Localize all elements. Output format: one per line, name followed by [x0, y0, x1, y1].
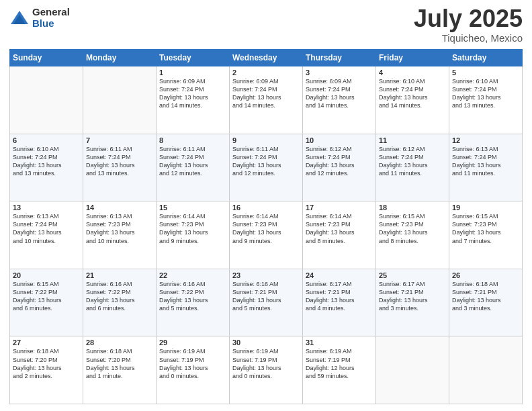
calendar-cell: 13Sunrise: 6:13 AM Sunset: 7:24 PM Dayli… [10, 201, 83, 269]
calendar-cell: 7Sunrise: 6:11 AM Sunset: 7:24 PM Daylig… [83, 134, 157, 201]
day-number: 30 [232, 338, 300, 347]
calendar-cell [376, 336, 449, 404]
calendar-cell: 26Sunrise: 6:18 AM Sunset: 7:21 PM Dayli… [449, 269, 523, 336]
calendar-cell [449, 336, 523, 404]
calendar-cell: 9Sunrise: 6:11 AM Sunset: 7:24 PM Daylig… [230, 134, 303, 201]
calendar-cell: 3Sunrise: 6:09 AM Sunset: 7:24 PM Daylig… [303, 66, 376, 134]
day-info: Sunrise: 6:09 AM Sunset: 7:24 PM Dayligh… [232, 77, 300, 110]
day-number: 16 [232, 203, 300, 212]
calendar-cell: 6Sunrise: 6:10 AM Sunset: 7:24 PM Daylig… [10, 134, 83, 201]
calendar-week-row: 20Sunrise: 6:15 AM Sunset: 7:22 PM Dayli… [10, 269, 523, 336]
calendar-cell: 28Sunrise: 6:18 AM Sunset: 7:20 PM Dayli… [83, 336, 157, 404]
calendar-cell: 11Sunrise: 6:12 AM Sunset: 7:24 PM Dayli… [376, 134, 449, 201]
day-info: Sunrise: 6:15 AM Sunset: 7:23 PM Dayligh… [379, 212, 446, 245]
calendar-cell: 8Sunrise: 6:11 AM Sunset: 7:24 PM Daylig… [157, 134, 230, 201]
calendar-cell: 22Sunrise: 6:16 AM Sunset: 7:22 PM Dayli… [157, 269, 230, 336]
day-number: 27 [13, 338, 80, 347]
calendar-cell: 17Sunrise: 6:14 AM Sunset: 7:23 PM Dayli… [303, 201, 376, 269]
calendar-cell: 14Sunrise: 6:13 AM Sunset: 7:23 PM Dayli… [83, 201, 157, 269]
day-info: Sunrise: 6:17 AM Sunset: 7:21 PM Dayligh… [379, 280, 446, 313]
day-number: 26 [452, 271, 519, 279]
calendar-header-row: SundayMondayTuesdayWednesdayThursdayFrid… [10, 50, 523, 66]
header: General Blue July 2025 Tiquicheo, Mexico [9, 7, 523, 44]
day-number: 21 [86, 271, 153, 279]
calendar-cell [10, 66, 83, 134]
day-number: 7 [86, 136, 153, 144]
calendar-cell: 4Sunrise: 6:10 AM Sunset: 7:24 PM Daylig… [376, 66, 449, 134]
day-info: Sunrise: 6:16 AM Sunset: 7:22 PM Dayligh… [86, 280, 153, 313]
calendar-cell: 20Sunrise: 6:15 AM Sunset: 7:22 PM Dayli… [10, 269, 83, 336]
calendar-cell: 1Sunrise: 6:09 AM Sunset: 7:24 PM Daylig… [157, 66, 230, 134]
day-number: 2 [232, 68, 300, 77]
day-info: Sunrise: 6:14 AM Sunset: 7:23 PM Dayligh… [306, 212, 373, 245]
day-info: Sunrise: 6:11 AM Sunset: 7:24 PM Dayligh… [86, 145, 153, 178]
calendar-cell: 25Sunrise: 6:17 AM Sunset: 7:21 PM Dayli… [376, 269, 449, 336]
day-info: Sunrise: 6:13 AM Sunset: 7:23 PM Dayligh… [86, 212, 153, 245]
calendar-week-row: 27Sunrise: 6:18 AM Sunset: 7:20 PM Dayli… [10, 336, 523, 404]
calendar-cell: 23Sunrise: 6:16 AM Sunset: 7:21 PM Dayli… [230, 269, 303, 336]
day-info: Sunrise: 6:17 AM Sunset: 7:21 PM Dayligh… [306, 280, 373, 313]
calendar-cell: 21Sunrise: 6:16 AM Sunset: 7:22 PM Dayli… [83, 269, 157, 336]
day-info: Sunrise: 6:10 AM Sunset: 7:24 PM Dayligh… [452, 77, 519, 110]
day-info: Sunrise: 6:18 AM Sunset: 7:20 PM Dayligh… [86, 347, 153, 380]
calendar-cell: 18Sunrise: 6:15 AM Sunset: 7:23 PM Dayli… [376, 201, 449, 269]
calendar-weekday-header: Thursday [303, 50, 376, 66]
calendar-weekday-header: Tuesday [157, 50, 230, 66]
calendar-weekday-header: Friday [376, 50, 449, 66]
calendar-cell [83, 66, 157, 134]
calendar-cell: 29Sunrise: 6:19 AM Sunset: 7:19 PM Dayli… [157, 336, 230, 404]
calendar-table: SundayMondayTuesdayWednesdayThursdayFrid… [9, 49, 523, 404]
logo: General Blue [9, 7, 70, 29]
day-info: Sunrise: 6:09 AM Sunset: 7:24 PM Dayligh… [159, 77, 226, 110]
day-info: Sunrise: 6:19 AM Sunset: 7:19 PM Dayligh… [159, 347, 226, 380]
calendar-week-row: 13Sunrise: 6:13 AM Sunset: 7:24 PM Dayli… [10, 201, 523, 269]
day-number: 25 [379, 271, 446, 279]
day-info: Sunrise: 6:16 AM Sunset: 7:21 PM Dayligh… [232, 280, 300, 313]
day-number: 20 [13, 271, 80, 279]
day-info: Sunrise: 6:19 AM Sunset: 7:19 PM Dayligh… [232, 347, 300, 380]
calendar-weekday-header: Monday [83, 50, 157, 66]
day-number: 31 [306, 338, 373, 347]
day-number: 1 [159, 68, 226, 77]
day-number: 9 [232, 136, 300, 144]
day-info: Sunrise: 6:10 AM Sunset: 7:24 PM Dayligh… [379, 77, 446, 110]
day-info: Sunrise: 6:11 AM Sunset: 7:24 PM Dayligh… [232, 145, 300, 178]
day-number: 10 [306, 136, 373, 144]
day-number: 22 [159, 271, 226, 279]
day-info: Sunrise: 6:14 AM Sunset: 7:23 PM Dayligh… [232, 212, 300, 245]
logo-general: General [32, 7, 70, 18]
title-location: Tiquicheo, Mexico [414, 32, 523, 44]
page: General Blue July 2025 Tiquicheo, Mexico… [0, 0, 532, 411]
title-month: July 2025 [414, 7, 523, 31]
calendar-weekday-header: Saturday [449, 50, 523, 66]
day-number: 11 [379, 136, 446, 144]
calendar-weekday-header: Wednesday [230, 50, 303, 66]
calendar-cell: 12Sunrise: 6:13 AM Sunset: 7:24 PM Dayli… [449, 134, 523, 201]
calendar-cell: 19Sunrise: 6:15 AM Sunset: 7:23 PM Dayli… [449, 201, 523, 269]
calendar-cell: 10Sunrise: 6:12 AM Sunset: 7:24 PM Dayli… [303, 134, 376, 201]
day-number: 15 [159, 203, 226, 212]
day-info: Sunrise: 6:13 AM Sunset: 7:24 PM Dayligh… [452, 145, 519, 178]
day-info: Sunrise: 6:13 AM Sunset: 7:24 PM Dayligh… [13, 212, 80, 245]
day-number: 29 [159, 338, 226, 347]
day-info: Sunrise: 6:15 AM Sunset: 7:23 PM Dayligh… [452, 212, 519, 245]
day-number: 4 [379, 68, 446, 77]
day-number: 24 [306, 271, 373, 279]
day-number: 28 [86, 338, 153, 347]
day-number: 8 [159, 136, 226, 144]
calendar-cell: 24Sunrise: 6:17 AM Sunset: 7:21 PM Dayli… [303, 269, 376, 336]
calendar-cell: 30Sunrise: 6:19 AM Sunset: 7:19 PM Dayli… [230, 336, 303, 404]
calendar-cell: 5Sunrise: 6:10 AM Sunset: 7:24 PM Daylig… [449, 66, 523, 134]
calendar-cell: 31Sunrise: 6:19 AM Sunset: 7:19 PM Dayli… [303, 336, 376, 404]
day-number: 3 [306, 68, 373, 77]
logo-blue-text: Blue [32, 18, 70, 30]
day-info: Sunrise: 6:11 AM Sunset: 7:24 PM Dayligh… [159, 145, 226, 178]
logo-text: General Blue [32, 7, 70, 29]
calendar-cell: 2Sunrise: 6:09 AM Sunset: 7:24 PM Daylig… [230, 66, 303, 134]
title-block: July 2025 Tiquicheo, Mexico [414, 7, 523, 44]
day-info: Sunrise: 6:16 AM Sunset: 7:22 PM Dayligh… [159, 280, 226, 313]
day-number: 5 [452, 68, 519, 77]
day-info: Sunrise: 6:10 AM Sunset: 7:24 PM Dayligh… [13, 145, 80, 178]
day-number: 14 [86, 203, 153, 212]
day-number: 6 [13, 136, 80, 144]
